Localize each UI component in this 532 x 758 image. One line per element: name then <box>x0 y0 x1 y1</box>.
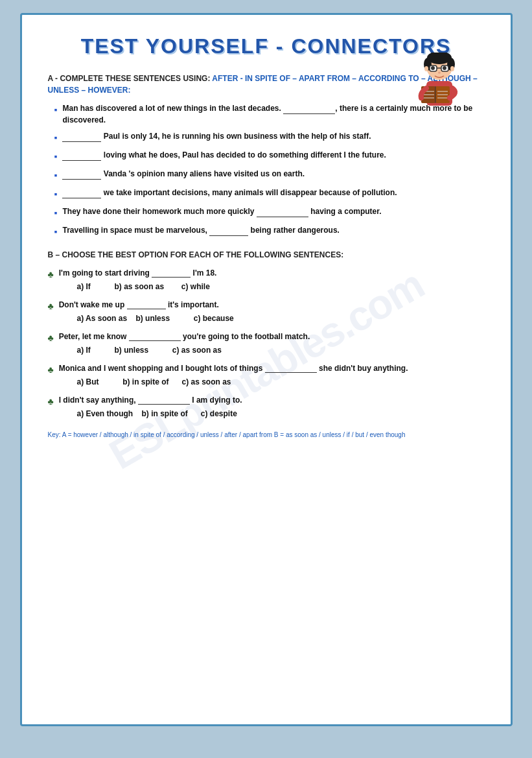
question-2: ♣ Don't wake me up it's important. a) As… <box>48 300 485 323</box>
question-icon: ♣ <box>48 333 54 343</box>
list-item: ▪ we take important decisions, many anim… <box>54 187 485 201</box>
list-item: ▪ loving what he does, Paul has decided … <box>54 149 485 163</box>
question-4: ♣ Monica and I went shopping and I bough… <box>48 364 485 386</box>
bullet-icon: ▪ <box>54 131 58 145</box>
svg-point-7 <box>443 66 446 70</box>
bullet-icon: ▪ <box>54 103 58 117</box>
bullet-icon: ▪ <box>54 150 58 163</box>
question-icon: ♣ <box>48 269 54 279</box>
bullet-icon: ▪ <box>54 187 58 201</box>
avatar <box>413 53 465 111</box>
svg-point-9 <box>424 66 428 71</box>
list-item: ▪ Vanda 's opinion many aliens have visi… <box>54 168 485 182</box>
question-1: ♣ I'm going to start driving I'm 18. a) … <box>48 268 485 291</box>
options-2: a) As soon as b) unless c) because <box>77 314 485 323</box>
question-icon: ♣ <box>48 364 54 375</box>
bullet-icon: ▪ <box>54 169 58 182</box>
section-b-header: B – CHOOSE THE BEST OPTION FOR EACH OF T… <box>48 250 485 259</box>
answer-key: Key: A = however / although / in spite o… <box>48 430 485 440</box>
svg-point-6 <box>431 66 435 70</box>
options-5: a) Even though b) in spite of c) despite <box>77 409 485 418</box>
question-icon: ♣ <box>48 301 54 311</box>
list-item: ▪ They have done their homework much mor… <box>54 206 485 220</box>
svg-point-10 <box>450 66 454 71</box>
question-5: ♣ I didn't say anything, I am dying to. … <box>48 396 485 418</box>
options-3: a) If b) unless c) as soon as <box>77 346 485 355</box>
options-1: a) If b) as soon as c) while <box>77 282 485 291</box>
options-4: a) But b) in spite of c) as soon as <box>77 377 485 386</box>
question-3: ♣ Peter, let me know you're going to the… <box>48 332 485 355</box>
svg-point-11 <box>438 72 441 74</box>
bullet-icon: ▪ <box>54 206 58 220</box>
list-item: ▪ Travelling in space must be marvelous,… <box>54 224 485 239</box>
section-a-list: ▪ Man has discovered a lot of new things… <box>54 102 485 239</box>
question-icon: ♣ <box>48 396 54 407</box>
bullet-icon: ▪ <box>54 225 58 239</box>
list-item: ▪ Paul is only 14, he is running his own… <box>54 130 485 145</box>
